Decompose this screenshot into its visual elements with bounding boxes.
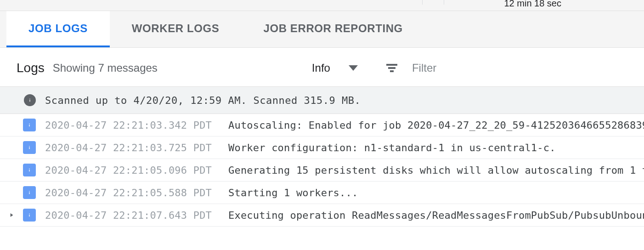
info-severity-icon (23, 209, 36, 222)
log-message: Generating 15 persistent disks which wil… (228, 165, 644, 176)
log-row[interactable]: 2020-04-27 22:21:03.725 PDTWorker config… (0, 136, 644, 159)
scan-status-text: Scanned up to 4/20/20, 12:59 AM. Scanned… (45, 95, 361, 106)
filter-icon[interactable] (384, 62, 399, 74)
scan-status-banner: Scanned up to 4/20/20, 12:59 AM. Scanned… (0, 86, 644, 114)
log-timestamp: 2020-04-27 22:21:07.643 PDT (45, 210, 212, 221)
log-tabs: JOB LOGS WORKER LOGS JOB ERROR REPORTING (0, 11, 644, 48)
expand-icon[interactable] (6, 212, 17, 218)
tab-job-error-reporting[interactable]: JOB ERROR REPORTING (241, 11, 424, 47)
logs-subtitle: Showing 7 messages (53, 62, 158, 74)
log-message: Autoscaling: Enabled for job 2020-04-27_… (228, 119, 644, 131)
log-row[interactable]: 2020-04-27 22:21:07.643 PDTExecuting ope… (0, 204, 644, 227)
info-severity-icon (23, 119, 36, 131)
log-row[interactable]: 2020-04-27 22:21:05.096 PDTGenerating 15… (0, 159, 644, 182)
info-icon (24, 94, 36, 106)
log-message: Starting 1 workers... (228, 187, 358, 199)
log-timestamp: 2020-04-27 22:21:05.588 PDT (45, 187, 212, 199)
log-timestamp: 2020-04-27 22:21:03.342 PDT (45, 119, 212, 131)
log-row[interactable]: 2020-04-27 22:21:05.588 PDTStarting 1 wo… (0, 182, 644, 204)
log-message: Executing operation ReadMessages/ReadMes… (228, 210, 644, 221)
log-timestamp: 2020-04-27 22:21:05.096 PDT (45, 165, 212, 176)
logs-title: Logs (17, 61, 45, 75)
info-severity-icon (23, 141, 36, 154)
log-message: Worker configuration: n1-standard-1 in u… (228, 142, 556, 153)
info-severity-icon (23, 186, 36, 199)
tab-job-logs[interactable]: JOB LOGS (6, 11, 110, 47)
tab-worker-logs[interactable]: WORKER LOGS (110, 11, 242, 47)
elapsed-time: 12 min 18 sec (504, 0, 561, 9)
severity-label: Info (312, 62, 330, 74)
logs-controls: Logs Showing 7 messages Info (0, 48, 644, 86)
info-severity-icon (23, 164, 36, 176)
chevron-down-icon (349, 65, 358, 71)
top-info-fragment: 12 min 18 sec (0, 0, 644, 11)
filter-input[interactable] (412, 62, 504, 74)
log-timestamp: 2020-04-27 22:21:03.725 PDT (45, 142, 212, 153)
severity-select[interactable]: Info (312, 62, 358, 74)
log-list: 2020-04-27 22:21:03.342 PDTAutoscaling: … (0, 114, 644, 227)
log-row[interactable]: 2020-04-27 22:21:03.342 PDTAutoscaling: … (0, 114, 644, 136)
